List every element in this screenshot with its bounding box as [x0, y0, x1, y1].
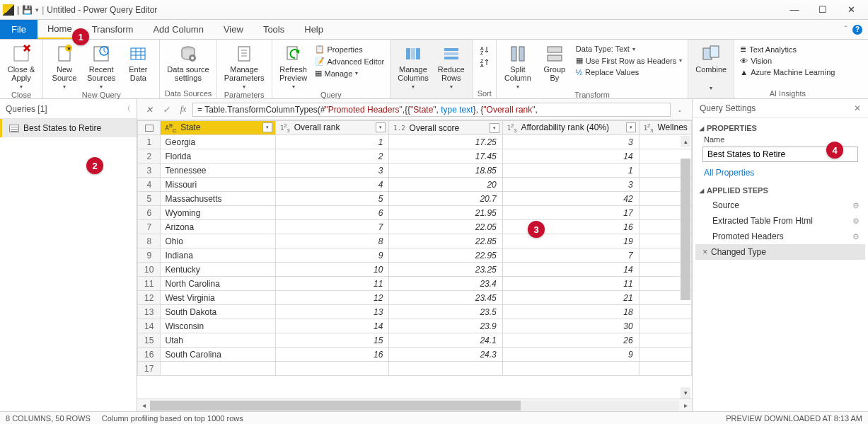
- step-changed-type[interactable]: Changed Type: [695, 244, 865, 260]
- data-type-button[interactable]: Data Type: Text ▾: [574, 44, 683, 54]
- split-column-button[interactable]: Split Column▾: [501, 41, 535, 90]
- table-row[interactable]: 16South Carolina1624.39: [138, 348, 692, 362]
- azure-ml-button[interactable]: ▲Azure Machine Learning: [739, 67, 836, 77]
- col-header-overall-rank[interactable]: 123Overall rank▾: [275, 121, 388, 135]
- close-settings-button[interactable]: ✕: [854, 103, 861, 113]
- all-properties-link[interactable]: All Properties: [693, 165, 868, 181]
- data-grid[interactable]: ABCState▾ 123Overall rank▾ 1.2Overall sc…: [137, 120, 692, 376]
- svg-rect-22: [406, 48, 410, 59]
- gear-icon[interactable]: ⚙: [852, 232, 860, 241]
- filter-icon[interactable]: ▾: [490, 123, 499, 133]
- tab-view[interactable]: View: [214, 20, 253, 39]
- query-item[interactable]: Best States to Retire: [0, 119, 137, 137]
- tab-tools[interactable]: Tools: [253, 20, 294, 39]
- col-header-state[interactable]: ABCState▾: [161, 121, 275, 135]
- expand-formula-button[interactable]: ⌄: [672, 103, 688, 117]
- close-apply-button[interactable]: Close & Apply▾: [4, 41, 38, 90]
- gear-icon[interactable]: ⚙: [852, 201, 860, 210]
- group-sort: Sort: [478, 88, 492, 98]
- manage-columns-button[interactable]: Manage Columns▾: [395, 41, 431, 90]
- fx-button[interactable]: fx: [175, 103, 191, 117]
- applied-steps-section[interactable]: ◢APPLIED STEPS: [693, 181, 868, 197]
- col-header-affordability[interactable]: 123Affordability rank (40%)▾: [502, 121, 639, 135]
- sort-asc-button[interactable]: AZ: [478, 44, 492, 55]
- filter-icon[interactable]: ▾: [262, 122, 272, 132]
- minimize-button[interactable]: —: [780, 0, 809, 20]
- formula-input[interactable]: = Table.TransformColumnTypes(#"Promoted …: [192, 103, 671, 117]
- help-icon[interactable]: ?: [852, 25, 862, 35]
- table-row[interactable]: 2Florida217.4514: [138, 149, 692, 164]
- manage-parameters-button[interactable]: Manage Parameters▾: [221, 41, 267, 90]
- reduce-rows-button[interactable]: Reduce Rows▾: [434, 41, 468, 90]
- collapse-queries-icon[interactable]: 〈: [123, 103, 131, 114]
- cancel-formula-button[interactable]: ✕: [141, 103, 157, 117]
- scroll-right-button[interactable]: ▸: [679, 401, 692, 409]
- svg-text:A: A: [480, 63, 484, 67]
- combine-button[interactable]: Combine▾: [693, 41, 729, 91]
- sort-desc-button[interactable]: ZA: [478, 57, 492, 68]
- refresh-preview-button[interactable]: Refresh Preview▾: [277, 41, 311, 90]
- step-promoted[interactable]: Promoted Headers⚙: [695, 229, 865, 244]
- table-row[interactable]: 14Wisconsin1423.930: [138, 319, 692, 333]
- filter-icon[interactable]: ▾: [376, 122, 386, 132]
- table-row[interactable]: 11North Carolina1123.411: [138, 277, 692, 291]
- group-close: Close: [4, 90, 38, 100]
- manage-button[interactable]: ▦Manage ▾: [313, 68, 386, 79]
- vision-button[interactable]: 👁Vision: [739, 56, 836, 66]
- table-row[interactable]: 3Tennessee318.851: [138, 164, 692, 178]
- table-row[interactable]: 13South Dakota1323.518: [138, 305, 692, 319]
- filter-icon[interactable]: ▾: [626, 122, 636, 132]
- advanced-editor-button[interactable]: 📝Advanced Editor: [313, 56, 386, 67]
- scroll-left-button[interactable]: ◂: [137, 401, 150, 409]
- replace-values-button[interactable]: ½Replace Values: [574, 67, 683, 77]
- vertical-scrollbar[interactable]: [681, 159, 690, 300]
- collapse-ribbon-icon[interactable]: ˆ: [845, 25, 847, 33]
- new-source-button[interactable]: ★ New Source▾: [47, 41, 81, 90]
- queries-header[interactable]: Queries [1] 〈: [0, 99, 137, 119]
- scroll-up-button[interactable]: ▴: [681, 136, 690, 147]
- col-header-overall-score[interactable]: 1.2Overall score▾: [389, 121, 502, 135]
- close-window-button[interactable]: ✕: [837, 0, 865, 20]
- table-row[interactable]: 8Ohio822.8519: [138, 234, 692, 248]
- horizontal-scrollbar[interactable]: ◂ ▸: [137, 399, 692, 411]
- svg-text:Z: Z: [480, 50, 484, 55]
- gear-icon[interactable]: ⚙: [852, 217, 860, 226]
- table-row[interactable]: 5Massachusetts520.742: [138, 192, 692, 206]
- step-source[interactable]: Source⚙: [695, 197, 865, 213]
- commit-formula-button[interactable]: ✓: [158, 103, 174, 117]
- svg-rect-25: [444, 48, 458, 51]
- tab-transform[interactable]: Transform: [82, 20, 144, 39]
- table-row[interactable]: 15Utah1524.126: [138, 333, 692, 348]
- enter-data-button[interactable]: Enter Data: [121, 41, 155, 82]
- svg-rect-34: [548, 47, 562, 52]
- table-row[interactable]: 10Kentucky1023.2514: [138, 263, 692, 277]
- table-row[interactable]: 7Arizona722.0516: [138, 220, 692, 234]
- maximize-button[interactable]: ☐: [809, 0, 837, 20]
- table-row[interactable]: 12West Virginia1223.4521: [138, 291, 692, 305]
- data-source-settings-button[interactable]: Data source settings: [164, 41, 212, 82]
- col-header-wellness[interactable]: 123Wellnes: [639, 121, 691, 135]
- file-tab[interactable]: File: [0, 20, 37, 39]
- recent-sources-button[interactable]: Recent Sources▾: [84, 41, 118, 90]
- formula-bar: ✕ ✓ fx = Table.TransformColumnTypes(#"Pr…: [137, 99, 692, 120]
- table-row[interactable]: 1Georgia117.253: [138, 135, 692, 149]
- status-preview-time: PREVIEW DOWNLOADED AT 8:13 AM: [726, 414, 862, 423]
- svg-rect-26: [444, 52, 458, 55]
- table-row[interactable]: 6Wyoming621.9517: [138, 206, 692, 220]
- tab-help[interactable]: Help: [294, 20, 333, 39]
- properties-button[interactable]: 📋Properties: [313, 44, 386, 55]
- first-row-headers-button[interactable]: ▦Use First Row as Headers ▾: [574, 55, 683, 66]
- qat-dropdown[interactable]: ▾: [35, 6, 39, 13]
- table-row[interactable]: 9Indiana922.957: [138, 248, 692, 263]
- table-row[interactable]: 4Missouri4203: [138, 178, 692, 192]
- properties-section[interactable]: ◢PROPERTIES: [693, 118, 868, 135]
- save-icon[interactable]: 💾: [22, 5, 33, 15]
- tab-add-column[interactable]: Add Column: [143, 20, 214, 39]
- replace-icon: ½: [576, 68, 582, 76]
- scroll-down-button[interactable]: ▾: [681, 387, 690, 399]
- group-ai: AI Insights: [739, 88, 836, 98]
- group-by-button[interactable]: Group By: [538, 41, 572, 82]
- table-corner[interactable]: [138, 121, 161, 135]
- text-analytics-button[interactable]: ≣Text Analytics: [739, 44, 836, 55]
- step-extracted[interactable]: Extracted Table From Html⚙: [695, 213, 865, 229]
